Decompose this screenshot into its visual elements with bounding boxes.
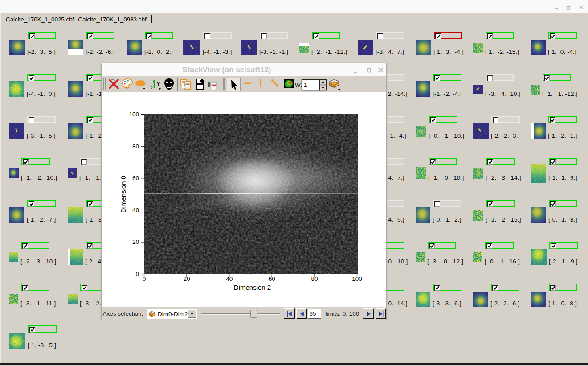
svg-text:Y: Y [156, 80, 161, 87]
svg-text:100: 100 [129, 111, 139, 118]
svg-text:40: 40 [226, 276, 233, 282]
svg-text:60: 60 [268, 276, 275, 282]
svg-text:80: 80 [311, 276, 318, 282]
svg-text:1: 1 [304, 82, 307, 88]
svg-text:20: 20 [132, 239, 139, 245]
svg-text:60: 60 [132, 175, 139, 181]
svg-text:80: 80 [132, 143, 139, 149]
svg-text:Dimension 2: Dimension 2 [233, 283, 270, 291]
svg-text:0: 0 [142, 276, 146, 282]
svg-text:20: 20 [183, 276, 190, 282]
svg-text:W:: W: [295, 82, 302, 88]
svg-text:0: 0 [135, 271, 139, 277]
svg-text:Dimension 0: Dimension 0 [119, 175, 127, 212]
svg-text:0: 0 [151, 86, 153, 90]
svg-text:40: 40 [132, 206, 139, 213]
svg-text:100: 100 [352, 276, 362, 282]
